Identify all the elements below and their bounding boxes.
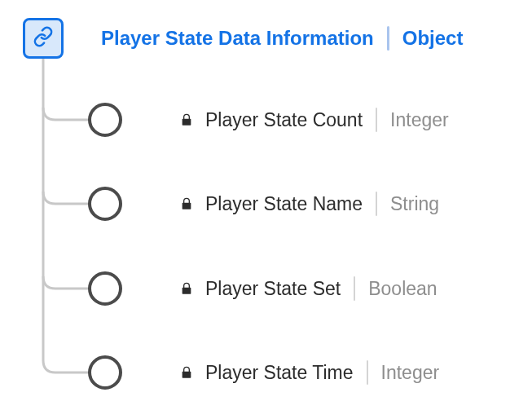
root-type: Object: [402, 27, 464, 50]
property-row: Player State Count Integer: [178, 108, 449, 132]
property-name: Player State Time: [205, 362, 354, 384]
property-node[interactable]: [88, 271, 122, 306]
separator: [367, 360, 368, 385]
property-name: Player State Set: [205, 278, 341, 300]
lock-icon: [178, 364, 196, 381]
separator: [376, 108, 377, 132]
separator: [354, 276, 355, 301]
lock-icon: [178, 195, 196, 213]
property-row: Player State Time Integer: [178, 360, 439, 385]
property-name: Player State Count: [205, 109, 363, 131]
root-node-label: Player State Data Information Object: [101, 26, 463, 51]
link-icon: [33, 26, 54, 51]
property-node[interactable]: [88, 103, 122, 137]
property-row: Player State Name String: [178, 192, 439, 216]
root-node-badge[interactable]: [23, 18, 64, 59]
separator: [376, 192, 377, 216]
property-type: Integer: [390, 109, 449, 131]
property-type: Boolean: [368, 278, 437, 300]
property-node[interactable]: [88, 187, 122, 221]
property-row: Player State Set Boolean: [178, 276, 437, 301]
lock-icon: [178, 280, 196, 298]
property-node[interactable]: [88, 355, 122, 390]
root-name: Player State Data Information: [101, 27, 374, 50]
property-type: Integer: [381, 362, 440, 384]
lock-icon: [178, 111, 196, 129]
separator: [387, 26, 389, 51]
property-name: Player State Name: [205, 193, 363, 215]
property-type: String: [390, 193, 439, 215]
